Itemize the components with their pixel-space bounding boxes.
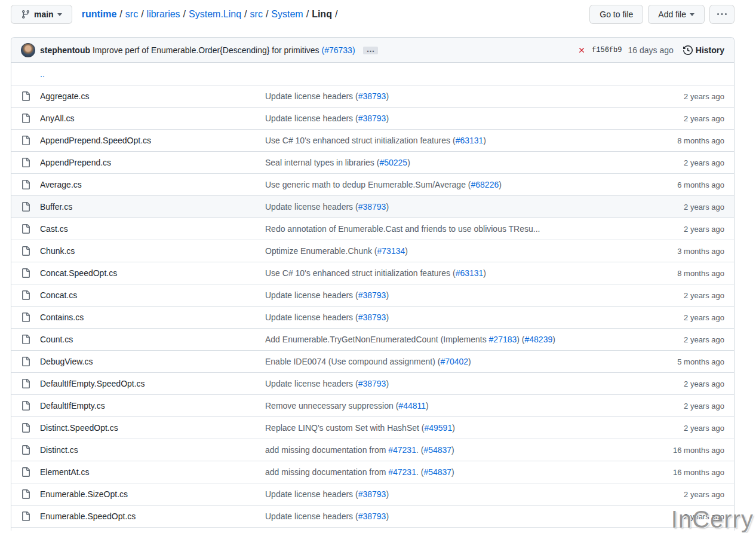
file-icon — [21, 335, 30, 344]
file-name-link[interactable]: Enumerable.SpeedOpt.cs — [40, 511, 256, 521]
issue-link[interactable]: #54837 — [423, 445, 451, 455]
commit-message: Use C# 10's enhanced struct initializati… — [265, 136, 631, 145]
file-name-link[interactable]: ElementAt.cs — [40, 467, 256, 477]
table-row: AppendPrepend.SpeedOpt.cs Use C# 10's en… — [11, 129, 734, 151]
file-name-link[interactable]: Concat.cs — [40, 290, 256, 300]
commit-message: add missing documentation from #47231. (… — [265, 445, 631, 455]
breadcrumb-separator: / — [335, 9, 337, 19]
message-text: Use C# 10's enhanced struct initializati… — [265, 136, 456, 145]
issue-link[interactable]: #38793 — [358, 313, 386, 322]
issue-link[interactable]: #38793 — [358, 511, 386, 521]
breadcrumb-segment[interactable]: src — [125, 9, 138, 19]
breadcrumb-segment[interactable]: System.Linq — [189, 9, 241, 19]
issue-link[interactable]: #38793 — [358, 91, 386, 101]
table-row: Count.cs Add Enumerable.TryGetNonEnumera… — [11, 328, 734, 350]
file-name-link[interactable]: Enumerable.SizeOpt.cs — [40, 489, 256, 499]
issue-link[interactable]: #49591 — [424, 423, 452, 433]
message-text: Use generic math to dedup Enumerable.Sum… — [265, 180, 471, 189]
file-name-link[interactable]: Contains.cs — [40, 313, 256, 322]
message-text: ) ( — [517, 335, 524, 344]
issue-link[interactable]: #38793 — [358, 489, 386, 499]
commit-message: Remove unnecessary suppression (#44811) — [265, 401, 631, 411]
message-text: Enable IDE0074 (Use compound assignment)… — [265, 357, 440, 366]
table-row: Aggregate.cs Update license headers (#38… — [11, 85, 734, 107]
issue-link[interactable]: #27183 — [489, 335, 517, 344]
commit-message: Update license headers (#38793) — [265, 511, 631, 521]
table-row: Enumerable.SizeOpt.cs Update license hea… — [11, 483, 734, 505]
table-row: Distinct.SpeedOpt.cs Replace LINQ's cust… — [11, 416, 734, 439]
issue-link[interactable]: #48239 — [525, 335, 553, 344]
file-name-link[interactable]: AppendPrepend.SpeedOpt.cs — [40, 136, 256, 145]
table-row: DebugView.cs Enable IDE0074 (Use compoun… — [11, 350, 734, 372]
issue-link[interactable]: #63131 — [456, 136, 484, 145]
file-name-link[interactable]: Cast.cs — [40, 224, 256, 234]
breadcrumb: runtime/src/libraries/System.Linq/src/Sy… — [82, 9, 590, 20]
breadcrumb-segment[interactable]: runtime — [82, 9, 117, 19]
history-button[interactable]: History — [683, 45, 724, 55]
commit-date: 5 months ago — [641, 357, 724, 366]
branch-selector-button[interactable]: main — [11, 5, 72, 24]
table-row: Cast.cs Redo annotation of Enumerable.Ca… — [11, 218, 734, 240]
file-name-link[interactable]: Distinct.SpeedOpt.cs — [40, 423, 256, 433]
breadcrumb-segment[interactable]: System — [271, 9, 303, 19]
message-text: . ( — [416, 467, 423, 477]
commit-message: Update license headers (#38793) — [265, 313, 631, 322]
avatar[interactable] — [21, 43, 35, 57]
message-text: ) — [499, 180, 502, 189]
breadcrumb-segment[interactable]: src — [250, 9, 263, 19]
parent-directory-link[interactable]: .. — [40, 69, 256, 79]
issue-link[interactable]: #50225 — [379, 158, 407, 167]
table-row: Chunk.cs Optimize Enumerable.Chunk (#731… — [11, 240, 734, 262]
issue-link[interactable]: #38793 — [358, 114, 386, 123]
breadcrumb-segment[interactable]: libraries — [147, 9, 180, 19]
file-name-link[interactable]: DefaultIfEmpty.cs — [40, 401, 256, 411]
commit-sha-link[interactable]: f156fb9 — [592, 46, 622, 54]
chevron-down-icon — [690, 13, 694, 16]
add-file-button[interactable]: Add file — [648, 5, 705, 24]
file-name-link[interactable]: AnyAll.cs — [40, 114, 256, 123]
commit-message-link[interactable]: Improve perf of Enumerable.Order{Descend… — [93, 45, 319, 55]
commit-date: 2 years ago — [641, 225, 724, 234]
file-icon — [21, 268, 30, 278]
commit-author-link[interactable]: stephentoub — [40, 45, 90, 55]
message-text: Update license headers ( — [265, 114, 358, 123]
message-text: ) — [452, 423, 455, 433]
file-name-link[interactable]: Concat.SpeedOpt.cs — [40, 268, 256, 278]
commit-message: Seal internal types in libraries (#50225… — [265, 158, 631, 167]
file-name-link[interactable]: Count.cs — [40, 335, 256, 344]
file-name-link[interactable]: Chunk.cs — [40, 246, 256, 256]
commit-message: Enable IDE0074 (Use compound assignment)… — [265, 357, 631, 366]
table-row: DefaultIfEmpty.cs Remove unnecessary sup… — [11, 394, 734, 416]
commit-expander-button[interactable]: … — [363, 47, 378, 54]
file-name-link[interactable]: Buffer.cs — [40, 202, 256, 212]
issue-link[interactable]: #70402 — [440, 357, 468, 366]
status-failed-x-icon[interactable] — [577, 46, 586, 54]
issue-link[interactable]: #47231 — [388, 445, 416, 455]
issue-link[interactable]: #68226 — [471, 180, 499, 189]
issue-link[interactable]: #73134 — [377, 246, 405, 256]
issue-link[interactable]: #44811 — [398, 401, 426, 411]
file-name-link[interactable]: AppendPrepend.cs — [40, 158, 256, 167]
issue-link[interactable]: #38793 — [358, 379, 386, 388]
file-name-link[interactable]: DefaultIfEmpty.SpeedOpt.cs — [40, 379, 256, 388]
file-name-link[interactable]: DebugView.cs — [40, 357, 256, 366]
file-name-link[interactable]: Aggregate.cs — [40, 91, 256, 101]
issue-link[interactable]: #63131 — [456, 268, 484, 278]
issue-link[interactable]: #38793 — [358, 202, 386, 212]
more-options-button[interactable] — [709, 5, 735, 24]
commit-message: Update license headers (#38793) — [265, 290, 631, 300]
message-text: add missing documentation from — [265, 445, 388, 455]
issue-link[interactable]: #54837 — [423, 467, 451, 477]
commit-pr-link[interactable]: (#76733) — [322, 45, 355, 55]
message-text: Optimize Enumerable.Chunk ( — [265, 246, 377, 256]
file-name-link[interactable]: Distinct.cs — [40, 445, 256, 455]
file-icon — [21, 313, 30, 322]
table-row: Concat.cs Update license headers (#38793… — [11, 284, 734, 306]
file-browser-box: stephentoub Improve perf of Enumerable.O… — [11, 37, 735, 531]
issue-link[interactable]: #47231 — [388, 467, 416, 477]
file-name-link[interactable]: Average.cs — [40, 180, 256, 189]
go-to-file-button[interactable]: Go to file — [589, 5, 643, 24]
breadcrumb-separator: / — [244, 9, 247, 19]
issue-link[interactable]: #38793 — [358, 290, 386, 300]
breadcrumb-segment: Linq — [312, 9, 332, 19]
